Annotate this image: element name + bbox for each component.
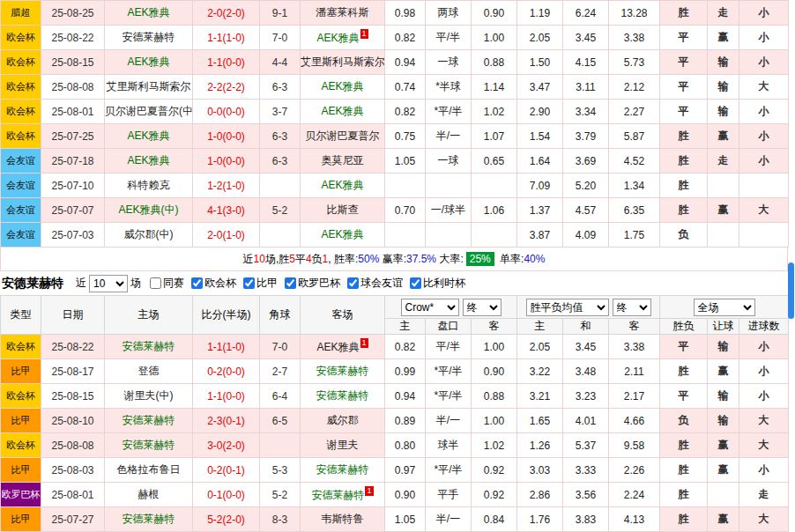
asian-away-odds: 0.84 [472,507,517,532]
euro-draw-odds: 3.45 [563,335,609,359]
away-team-link[interactable]: 奥莫尼亚 [301,149,385,174]
away-team-link[interactable]: 谢里夫 [301,433,385,458]
corner-cell: 7-0 [260,26,301,50]
league-filter-checkbox[interactable] [410,277,421,289]
home-team-link[interactable]: 登德 [105,359,193,384]
away-team-link[interactable]: 艾里斯利马斯索尔 [301,50,385,75]
home-team-link[interactable]: 安德莱赫特 [105,409,193,433]
result-wdl: 平 [660,384,708,409]
away-team-link[interactable]: AEK雅典 [301,100,385,124]
summary-segment: 赢率: [379,253,406,265]
euro-draw-odds: 3.45 [563,26,609,50]
home-team-link[interactable]: 安德莱赫特 [105,507,193,532]
corner-cell: 7-0 [260,335,301,359]
home-team-link[interactable]: 安德莱赫特 [105,335,193,359]
asian-home-odds: 0.94 [385,50,426,75]
home-team-link[interactable]: 科特赖克 [105,174,193,198]
odds-time-select[interactable]: 终 [463,299,502,316]
away-team-link[interactable]: 威尔郡 [301,409,385,433]
competition-badge: 欧会杯 [1,384,41,409]
score-cell: 0-1(0-0) [193,483,260,507]
league-filter-label: 比利时杯 [423,276,465,291]
home-team-link[interactable]: 色格拉布鲁日 [105,458,193,483]
league-filter[interactable]: 比甲 [243,276,278,291]
away-team-link[interactable]: AEK雅典1 [301,26,385,50]
home-team-name: 登德 [138,365,160,377]
competition-badge: 会友谊 [1,198,41,223]
summary-segment: 25% [466,252,494,266]
league-filter[interactable]: 同赛 [150,276,184,291]
league-filter-label: 球会友谊 [360,276,403,291]
away-team-link[interactable]: 比斯查 [301,198,385,223]
euro-time-select[interactable]: 终 [613,299,651,316]
summary-segment: 4 [306,253,312,265]
away-team-name: 艾里斯利马斯索尔 [301,55,385,68]
euro-away-odds: 9.58 [609,433,660,458]
home-team-name: 安德莱赫特 [123,439,175,451]
away-team-link[interactable]: 贝尔谢巴夏普尔 [301,124,385,149]
score-cell: 0-2(0-0) [193,359,260,384]
home-team-name: 科特赖克 [128,179,170,191]
recent-stats-summary: 近10场,胜5平4负1, 胜率:50% 赢率:37.5% 大率:25% 单率:4… [0,248,788,271]
match-row: 腊超 25-08-25 AEK雅典 2-0(2-0) 9-1 潘塞莱科斯 0.9… [1,1,789,26]
home-team-link[interactable]: 谢里夫(中) [105,384,193,409]
away-team-link[interactable]: AEK雅典 [301,75,385,100]
euro-company-select[interactable]: 胜平负均值 [526,299,609,316]
home-team-link[interactable]: AEK雅典(中) [105,198,193,223]
result-goals: 小 [739,458,789,483]
competition-badge: 会友谊 [1,149,41,174]
away-team-link[interactable]: 安德莱赫特 [301,458,385,483]
away-team-link[interactable]: 安德莱赫特1 [301,483,385,507]
summary-segment: 负 [312,253,323,265]
away-team-link[interactable]: AEK雅典 [301,223,385,248]
corner-cell: 9-1 [260,1,301,26]
home-team-link[interactable]: AEK雅典 [105,149,193,174]
euro-home-odds: 1.65 [517,409,563,433]
asian-home-odds: 0.75 [385,124,426,149]
league-filter-checkbox[interactable] [285,277,296,289]
result-wdl: 胜 [660,124,708,149]
recent-label: 近 [76,276,86,291]
league-filter-checkbox[interactable] [191,277,203,289]
competition-badge: 欧会杯 [1,50,41,75]
result-goals: 大 [739,198,789,223]
euro-away-odds: 3.38 [609,26,660,50]
corner-cell [260,223,301,248]
home-team-link[interactable]: 安德莱赫特 [105,433,193,458]
home-team-link[interactable]: 安德莱赫特 [105,26,193,50]
home-team-link[interactable]: AEK雅典 [105,50,193,75]
scrollbar-thumb[interactable] [788,262,794,319]
score-cell: 1-1(1-0) [193,335,260,359]
league-filter-checkbox[interactable] [347,277,359,289]
away-team-name: 奥莫尼亚 [322,154,364,166]
result-goals: 小 [739,359,789,384]
league-filter[interactable]: 球会友谊 [347,276,403,291]
away-team-link[interactable]: 韦斯特鲁 [301,507,385,532]
away-team-link[interactable]: 安德莱赫特 [301,359,385,384]
away-team-link[interactable]: 潘塞莱科斯 [301,1,385,26]
euro-away-odds: 4.52 [609,149,660,174]
home-team-link[interactable]: AEK雅典 [105,1,193,26]
home-team-link[interactable]: AEK雅典 [105,124,193,149]
home-team-link[interactable]: 艾里斯利马斯索尔 [105,75,193,100]
away-team-link[interactable]: AEK雅典1 [301,335,385,359]
match-date: 25-08-25 [41,1,105,26]
league-filter[interactable]: 欧罗巴杯 [285,276,340,291]
scope-select[interactable]: 全场 [694,299,755,316]
league-filter[interactable]: 比利时杯 [410,276,465,291]
result-wdl: 负 [660,223,708,248]
asian-away-odds: 1.07 [472,124,517,149]
league-filter-checkbox[interactable] [243,277,255,289]
asian-home-odds [385,223,426,248]
league-filter[interactable]: 欧会杯 [191,276,236,291]
home-team-link[interactable]: 贝尔谢巴夏普尔(中) [105,100,193,124]
home-team-link[interactable]: 威尔郡(中) [105,223,193,248]
recent-count-select[interactable]: 10 [89,275,128,292]
odds-company-select[interactable]: Crow* [401,299,459,316]
away-team-link[interactable]: 安德莱赫特 [301,384,385,409]
away-team-name: 韦斯特鲁 [322,513,364,525]
away-team-link[interactable]: AEK雅典 [301,174,385,198]
match-date: 25-08-10 [41,409,105,433]
league-filter-checkbox[interactable] [150,277,161,289]
home-team-link[interactable]: 赫根 [105,483,193,507]
